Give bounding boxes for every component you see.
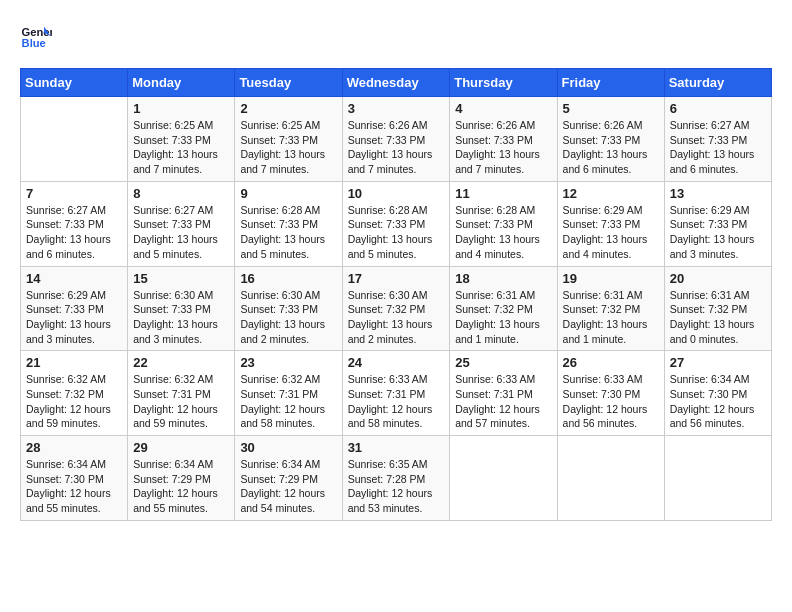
weekday-header: Friday bbox=[557, 69, 664, 97]
calendar-cell: 13Sunrise: 6:29 AM Sunset: 7:33 PM Dayli… bbox=[664, 181, 771, 266]
day-number: 21 bbox=[26, 355, 122, 370]
day-number: 23 bbox=[240, 355, 336, 370]
day-info: Sunrise: 6:30 AM Sunset: 7:32 PM Dayligh… bbox=[348, 288, 445, 347]
day-number: 30 bbox=[240, 440, 336, 455]
day-number: 12 bbox=[563, 186, 659, 201]
calendar-cell: 6Sunrise: 6:27 AM Sunset: 7:33 PM Daylig… bbox=[664, 97, 771, 182]
day-info: Sunrise: 6:30 AM Sunset: 7:33 PM Dayligh… bbox=[240, 288, 336, 347]
day-number: 31 bbox=[348, 440, 445, 455]
calendar-cell: 16Sunrise: 6:30 AM Sunset: 7:33 PM Dayli… bbox=[235, 266, 342, 351]
day-number: 28 bbox=[26, 440, 122, 455]
day-info: Sunrise: 6:27 AM Sunset: 7:33 PM Dayligh… bbox=[133, 203, 229, 262]
calendar-cell: 22Sunrise: 6:32 AM Sunset: 7:31 PM Dayli… bbox=[128, 351, 235, 436]
day-info: Sunrise: 6:26 AM Sunset: 7:33 PM Dayligh… bbox=[563, 118, 659, 177]
day-info: Sunrise: 6:31 AM Sunset: 7:32 PM Dayligh… bbox=[670, 288, 766, 347]
day-number: 19 bbox=[563, 271, 659, 286]
day-number: 4 bbox=[455, 101, 551, 116]
day-info: Sunrise: 6:33 AM Sunset: 7:31 PM Dayligh… bbox=[348, 372, 445, 431]
calendar-cell: 1Sunrise: 6:25 AM Sunset: 7:33 PM Daylig… bbox=[128, 97, 235, 182]
day-info: Sunrise: 6:33 AM Sunset: 7:30 PM Dayligh… bbox=[563, 372, 659, 431]
day-number: 14 bbox=[26, 271, 122, 286]
day-info: Sunrise: 6:29 AM Sunset: 7:33 PM Dayligh… bbox=[670, 203, 766, 262]
calendar-cell: 3Sunrise: 6:26 AM Sunset: 7:33 PM Daylig… bbox=[342, 97, 450, 182]
day-number: 27 bbox=[670, 355, 766, 370]
calendar-cell: 2Sunrise: 6:25 AM Sunset: 7:33 PM Daylig… bbox=[235, 97, 342, 182]
calendar-cell bbox=[557, 436, 664, 521]
day-number: 22 bbox=[133, 355, 229, 370]
page-header: General Blue bbox=[20, 20, 772, 52]
calendar-cell: 9Sunrise: 6:28 AM Sunset: 7:33 PM Daylig… bbox=[235, 181, 342, 266]
day-info: Sunrise: 6:27 AM Sunset: 7:33 PM Dayligh… bbox=[670, 118, 766, 177]
calendar-cell: 19Sunrise: 6:31 AM Sunset: 7:32 PM Dayli… bbox=[557, 266, 664, 351]
day-number: 9 bbox=[240, 186, 336, 201]
day-number: 17 bbox=[348, 271, 445, 286]
weekday-header: Saturday bbox=[664, 69, 771, 97]
day-info: Sunrise: 6:29 AM Sunset: 7:33 PM Dayligh… bbox=[26, 288, 122, 347]
calendar-cell: 28Sunrise: 6:34 AM Sunset: 7:30 PM Dayli… bbox=[21, 436, 128, 521]
day-number: 7 bbox=[26, 186, 122, 201]
calendar-cell: 8Sunrise: 6:27 AM Sunset: 7:33 PM Daylig… bbox=[128, 181, 235, 266]
logo-icon: General Blue bbox=[20, 20, 52, 52]
calendar-cell: 12Sunrise: 6:29 AM Sunset: 7:33 PM Dayli… bbox=[557, 181, 664, 266]
calendar-cell: 18Sunrise: 6:31 AM Sunset: 7:32 PM Dayli… bbox=[450, 266, 557, 351]
day-info: Sunrise: 6:32 AM Sunset: 7:31 PM Dayligh… bbox=[240, 372, 336, 431]
day-number: 2 bbox=[240, 101, 336, 116]
calendar-cell: 24Sunrise: 6:33 AM Sunset: 7:31 PM Dayli… bbox=[342, 351, 450, 436]
logo: General Blue bbox=[20, 20, 56, 52]
day-number: 3 bbox=[348, 101, 445, 116]
day-info: Sunrise: 6:31 AM Sunset: 7:32 PM Dayligh… bbox=[563, 288, 659, 347]
svg-text:Blue: Blue bbox=[22, 37, 46, 49]
day-info: Sunrise: 6:29 AM Sunset: 7:33 PM Dayligh… bbox=[563, 203, 659, 262]
day-info: Sunrise: 6:32 AM Sunset: 7:32 PM Dayligh… bbox=[26, 372, 122, 431]
day-number: 15 bbox=[133, 271, 229, 286]
calendar-cell: 30Sunrise: 6:34 AM Sunset: 7:29 PM Dayli… bbox=[235, 436, 342, 521]
day-info: Sunrise: 6:32 AM Sunset: 7:31 PM Dayligh… bbox=[133, 372, 229, 431]
calendar-table: SundayMondayTuesdayWednesdayThursdayFrid… bbox=[20, 68, 772, 521]
day-info: Sunrise: 6:35 AM Sunset: 7:28 PM Dayligh… bbox=[348, 457, 445, 516]
day-number: 10 bbox=[348, 186, 445, 201]
calendar-cell: 21Sunrise: 6:32 AM Sunset: 7:32 PM Dayli… bbox=[21, 351, 128, 436]
day-number: 18 bbox=[455, 271, 551, 286]
day-number: 11 bbox=[455, 186, 551, 201]
weekday-header: Thursday bbox=[450, 69, 557, 97]
calendar-cell: 17Sunrise: 6:30 AM Sunset: 7:32 PM Dayli… bbox=[342, 266, 450, 351]
calendar-cell: 23Sunrise: 6:32 AM Sunset: 7:31 PM Dayli… bbox=[235, 351, 342, 436]
day-number: 20 bbox=[670, 271, 766, 286]
calendar-cell: 11Sunrise: 6:28 AM Sunset: 7:33 PM Dayli… bbox=[450, 181, 557, 266]
calendar-cell: 31Sunrise: 6:35 AM Sunset: 7:28 PM Dayli… bbox=[342, 436, 450, 521]
day-number: 6 bbox=[670, 101, 766, 116]
calendar-cell: 4Sunrise: 6:26 AM Sunset: 7:33 PM Daylig… bbox=[450, 97, 557, 182]
day-number: 24 bbox=[348, 355, 445, 370]
calendar-cell: 7Sunrise: 6:27 AM Sunset: 7:33 PM Daylig… bbox=[21, 181, 128, 266]
calendar-cell: 29Sunrise: 6:34 AM Sunset: 7:29 PM Dayli… bbox=[128, 436, 235, 521]
calendar-cell: 27Sunrise: 6:34 AM Sunset: 7:30 PM Dayli… bbox=[664, 351, 771, 436]
day-number: 25 bbox=[455, 355, 551, 370]
day-info: Sunrise: 6:30 AM Sunset: 7:33 PM Dayligh… bbox=[133, 288, 229, 347]
day-info: Sunrise: 6:28 AM Sunset: 7:33 PM Dayligh… bbox=[240, 203, 336, 262]
day-info: Sunrise: 6:28 AM Sunset: 7:33 PM Dayligh… bbox=[455, 203, 551, 262]
day-number: 8 bbox=[133, 186, 229, 201]
day-info: Sunrise: 6:26 AM Sunset: 7:33 PM Dayligh… bbox=[455, 118, 551, 177]
calendar-cell bbox=[450, 436, 557, 521]
day-info: Sunrise: 6:33 AM Sunset: 7:31 PM Dayligh… bbox=[455, 372, 551, 431]
weekday-header: Wednesday bbox=[342, 69, 450, 97]
day-info: Sunrise: 6:25 AM Sunset: 7:33 PM Dayligh… bbox=[240, 118, 336, 177]
day-number: 29 bbox=[133, 440, 229, 455]
day-info: Sunrise: 6:31 AM Sunset: 7:32 PM Dayligh… bbox=[455, 288, 551, 347]
day-number: 16 bbox=[240, 271, 336, 286]
day-number: 26 bbox=[563, 355, 659, 370]
weekday-header: Sunday bbox=[21, 69, 128, 97]
day-info: Sunrise: 6:34 AM Sunset: 7:29 PM Dayligh… bbox=[133, 457, 229, 516]
day-info: Sunrise: 6:27 AM Sunset: 7:33 PM Dayligh… bbox=[26, 203, 122, 262]
weekday-header: Monday bbox=[128, 69, 235, 97]
calendar-cell bbox=[21, 97, 128, 182]
calendar-cell: 5Sunrise: 6:26 AM Sunset: 7:33 PM Daylig… bbox=[557, 97, 664, 182]
calendar-cell: 25Sunrise: 6:33 AM Sunset: 7:31 PM Dayli… bbox=[450, 351, 557, 436]
calendar-header: SundayMondayTuesdayWednesdayThursdayFrid… bbox=[21, 69, 772, 97]
calendar-cell: 15Sunrise: 6:30 AM Sunset: 7:33 PM Dayli… bbox=[128, 266, 235, 351]
day-number: 1 bbox=[133, 101, 229, 116]
day-info: Sunrise: 6:25 AM Sunset: 7:33 PM Dayligh… bbox=[133, 118, 229, 177]
calendar-cell: 26Sunrise: 6:33 AM Sunset: 7:30 PM Dayli… bbox=[557, 351, 664, 436]
calendar-cell: 20Sunrise: 6:31 AM Sunset: 7:32 PM Dayli… bbox=[664, 266, 771, 351]
day-number: 13 bbox=[670, 186, 766, 201]
